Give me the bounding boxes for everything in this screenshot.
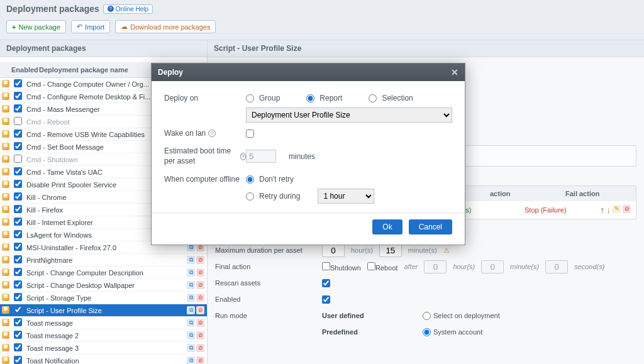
package-enabled-checkbox[interactable] [14, 306, 22, 314]
package-enabled-checkbox[interactable] [14, 243, 22, 251]
package-icon [0, 80, 11, 89]
package-enabled-checkbox[interactable] [14, 230, 22, 238]
cancel-button[interactable]: Cancel [409, 219, 452, 234]
copy-icon[interactable]: ⧉ [187, 331, 195, 339]
delete-icon[interactable]: ⊘ [196, 256, 204, 264]
wake-on-lan-checkbox[interactable] [246, 130, 254, 138]
dont-retry-radio[interactable] [246, 175, 254, 184]
package-row[interactable]: Toast Notification⧉⊘ [0, 355, 207, 364]
after-minutes-input[interactable] [481, 260, 504, 273]
delete-icon[interactable]: ⊘ [196, 281, 204, 289]
close-icon[interactable]: ✕ [451, 67, 458, 77]
package-row[interactable]: Script - Change Computer Description⧉⊘ [0, 267, 207, 279]
delete-icon[interactable]: ⊘ [196, 344, 204, 352]
package-row[interactable]: Script - User Profile Size⧉⊘ [0, 304, 207, 317]
boot-time-input[interactable] [246, 150, 276, 163]
package-enabled-checkbox[interactable] [14, 117, 22, 125]
move-down-icon[interactable]: ↓ [606, 205, 611, 215]
rescan-label: Rescan assets [215, 279, 316, 287]
package-name: Toast message [24, 319, 187, 327]
package-enabled-checkbox[interactable] [14, 280, 22, 289]
final-action-label: Final action [215, 263, 316, 270]
delete-icon[interactable]: ⊘ [196, 319, 204, 327]
delete-icon[interactable]: ⊘ [196, 294, 204, 302]
copy-icon[interactable]: ⧉ [187, 319, 195, 327]
ok-button[interactable]: Ok [372, 219, 402, 234]
package-enabled-checkbox[interactable] [14, 142, 22, 150]
copy-icon[interactable]: ⧉ [187, 306, 195, 314]
est-boot-label: Estimated boot time per asset [164, 146, 238, 166]
package-row[interactable]: Script - Change Desktop Wallpaper⧉⊘ [0, 279, 207, 292]
package-enabled-checkbox[interactable] [14, 293, 22, 301]
warning-icon: ⚠ [443, 246, 450, 255]
when-offline-label: When computer offline [164, 175, 246, 184]
retry-duration-select[interactable]: 1 hour [318, 189, 374, 204]
report-radio[interactable] [306, 94, 314, 102]
retry-during-radio[interactable] [246, 192, 254, 201]
help-icon[interactable]: ? [240, 153, 246, 160]
delete-icon[interactable]: ⊘ [196, 331, 204, 339]
package-enabled-checkbox[interactable] [14, 192, 22, 201]
reboot-checkbox[interactable] [367, 262, 375, 270]
package-icon [0, 193, 11, 202]
delete-icon[interactable]: ⊘ [623, 205, 631, 213]
copy-icon[interactable]: ⧉ [187, 281, 195, 289]
max-minutes-input[interactable] [379, 244, 402, 257]
package-icon [0, 331, 11, 340]
package-row[interactable]: Toast message⧉⊘ [0, 317, 207, 329]
package-enabled-checkbox[interactable] [14, 268, 22, 276]
selection-radio[interactable] [369, 94, 377, 102]
help-icon[interactable]: ? [208, 130, 216, 137]
package-name: Script - Change Computer Description [24, 269, 187, 277]
new-package-button[interactable]: +New package [6, 20, 66, 33]
after-seconds-input[interactable] [545, 260, 568, 273]
online-help-link[interactable]: Online Help [103, 4, 153, 14]
package-enabled-checkbox[interactable] [14, 155, 22, 163]
copy-icon[interactable]: ⧉ [187, 268, 195, 277]
package-enabled-checkbox[interactable] [14, 180, 22, 188]
delete-icon[interactable]: ⊘ [196, 268, 204, 277]
edit-icon[interactable]: ✎ [613, 205, 621, 213]
toolbar: +New package ↶Import ☁Download more pack… [0, 18, 644, 40]
package-enabled-checkbox[interactable] [14, 79, 22, 87]
package-enabled-checkbox[interactable] [14, 318, 22, 326]
package-row[interactable]: PrintNightmare⧉⊘ [0, 254, 207, 267]
select-on-deploy-radio[interactable] [423, 312, 431, 320]
package-enabled-checkbox[interactable] [14, 104, 22, 113]
copy-icon[interactable]: ⧉ [187, 356, 195, 364]
copy-icon[interactable]: ⧉ [187, 294, 195, 302]
predefined-label: Predefined [322, 328, 416, 336]
package-icon [0, 231, 11, 240]
package-enabled-checkbox[interactable] [14, 92, 22, 100]
package-enabled-checkbox[interactable] [14, 255, 22, 263]
rescan-checkbox[interactable] [322, 279, 330, 287]
col-enabled: Enabled [0, 62, 36, 77]
package-enabled-checkbox[interactable] [14, 130, 22, 138]
package-enabled-checkbox[interactable] [14, 205, 22, 213]
system-account-radio[interactable] [423, 328, 431, 336]
package-row[interactable]: Toast message 3⧉⊘ [0, 342, 207, 355]
package-name: Script - Change Desktop Wallpaper [24, 282, 187, 289]
package-icon [0, 180, 11, 189]
download-more-button[interactable]: ☁Download more packages [115, 20, 216, 33]
report-select[interactable]: Deployment User Profile Size [246, 108, 452, 123]
copy-icon[interactable]: ⧉ [187, 344, 195, 352]
import-button[interactable]: ↶Import [71, 20, 110, 33]
package-enabled-checkbox[interactable] [14, 343, 22, 351]
package-enabled-checkbox[interactable] [14, 167, 22, 175]
package-row[interactable]: Script - Storage Type⧉⊘ [0, 292, 207, 304]
package-icon [0, 243, 11, 252]
package-enabled-checkbox[interactable] [14, 331, 22, 339]
move-up-icon[interactable]: ↑ [600, 205, 604, 215]
enabled-checkbox[interactable] [322, 295, 330, 304]
delete-icon[interactable]: ⊘ [196, 356, 204, 364]
delete-icon[interactable]: ⊘ [196, 306, 204, 314]
package-enabled-checkbox[interactable] [14, 218, 22, 226]
max-hours-input[interactable] [322, 244, 345, 257]
package-enabled-checkbox[interactable] [14, 356, 22, 364]
after-hours-input[interactable] [424, 260, 447, 273]
package-row[interactable]: Toast message 2⧉⊘ [0, 329, 207, 342]
shutdown-checkbox[interactable] [322, 262, 330, 270]
copy-icon[interactable]: ⧉ [187, 256, 195, 264]
group-radio[interactable] [246, 94, 254, 102]
